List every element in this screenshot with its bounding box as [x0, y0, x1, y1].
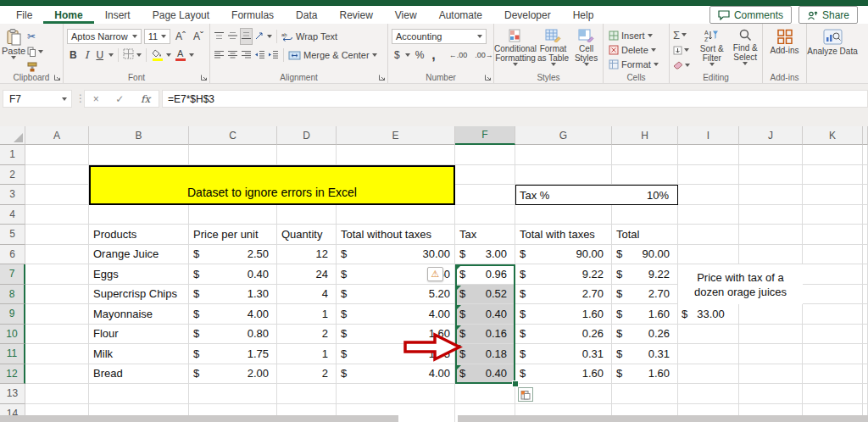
cell-B13[interactable]	[89, 384, 189, 404]
row-header-8[interactable]: 8	[0, 285, 25, 305]
row-header-5[interactable]: 5	[0, 225, 25, 245]
fill-handle[interactable]	[512, 380, 519, 387]
cell-F13[interactable]	[455, 384, 515, 404]
cell-I5[interactable]	[678, 225, 739, 245]
column-header-B[interactable]: B	[89, 126, 189, 145]
cell-F6[interactable]: $3.00	[455, 245, 515, 265]
cell-G12[interactable]: $1.60	[515, 364, 612, 385]
tab-home[interactable]: Home	[43, 6, 93, 24]
comments-button[interactable]: Comments	[709, 6, 792, 24]
cell-H13[interactable]	[612, 384, 678, 404]
cell-B4[interactable]	[89, 205, 189, 225]
cell-C9[interactable]: $4.00	[189, 304, 277, 325]
cell-D9[interactable]: 1	[277, 304, 337, 325]
cell-E9[interactable]: $4.00	[337, 304, 455, 325]
cell-B9[interactable]: Mayonnaise	[89, 304, 189, 325]
cell-E6[interactable]: $30.00	[337, 245, 455, 265]
cell-K6[interactable]	[803, 245, 863, 265]
cell-B5[interactable]: Products	[89, 225, 189, 245]
fill-color-dropdown-icon[interactable]	[166, 53, 171, 57]
cell-G7[interactable]: $9.22	[515, 264, 612, 285]
cell-C13[interactable]	[189, 384, 277, 404]
format-cells-button[interactable]: Format	[609, 57, 669, 71]
cell-E8[interactable]: $5.20	[337, 285, 455, 305]
cell-G1[interactable]	[515, 145, 612, 165]
insert-function-icon[interactable]: fx	[141, 93, 150, 105]
currency-dropdown-icon[interactable]	[405, 53, 410, 57]
decrease-indent-button[interactable]	[254, 47, 265, 63]
cell-B12[interactable]: Bread	[89, 364, 189, 385]
cell-A8[interactable]	[25, 285, 89, 305]
comma-style-button[interactable]: ,	[429, 51, 437, 59]
enter-icon[interactable]: ✓	[115, 93, 124, 105]
cell-D13[interactable]	[277, 384, 337, 404]
cell-A6[interactable]	[25, 245, 89, 265]
borders-button[interactable]	[123, 47, 134, 63]
cell-C11[interactable]: $1.75	[189, 344, 277, 364]
tab-data[interactable]: Data	[285, 6, 328, 24]
paste-button[interactable]: Paste	[0, 24, 27, 74]
cell-G5[interactable]: Total with taxes	[515, 225, 612, 245]
row-header-11[interactable]: 11	[0, 344, 25, 364]
column-header-K[interactable]: K	[803, 126, 863, 145]
cell-I1[interactable]	[678, 145, 739, 165]
cell-H1[interactable]	[612, 145, 678, 165]
align-top-button[interactable]	[214, 29, 225, 44]
cell-H4[interactable]	[612, 205, 678, 225]
merge-center-button[interactable]: Merge & Center	[288, 48, 377, 63]
cell-D4[interactable]	[277, 205, 337, 225]
column-header-D[interactable]: D	[277, 126, 337, 145]
note-text[interactable]: Price with tax of a dozen orage juices	[678, 264, 803, 304]
cell-C10[interactable]: $0.80	[189, 325, 277, 345]
cell-F9[interactable]: $0.40	[455, 304, 515, 325]
insert-cells-button[interactable]: Insert	[609, 28, 669, 42]
cell-K11[interactable]	[803, 344, 863, 364]
cell-G11[interactable]: $0.31	[515, 344, 612, 364]
cell-J12[interactable]	[739, 364, 803, 385]
cell-K8[interactable]	[803, 285, 863, 305]
cell-H12[interactable]: $1.60	[612, 364, 678, 385]
font-color-button[interactable]: A	[174, 49, 186, 61]
cell-I4[interactable]	[678, 205, 739, 225]
row-header-1[interactable]: 1	[0, 145, 25, 165]
cell-A2[interactable]	[25, 165, 89, 186]
cell-D10[interactable]: 2	[277, 325, 337, 345]
cell-I6[interactable]	[678, 245, 739, 265]
cell-H9[interactable]: $1.60	[612, 304, 678, 325]
cell-E13[interactable]	[337, 384, 455, 404]
row-header-12[interactable]: 12	[0, 364, 25, 385]
cell-A1[interactable]	[25, 145, 89, 165]
autosum-button[interactable]: Σ	[673, 28, 695, 42]
align-right-button[interactable]	[241, 47, 252, 63]
cell-G8[interactable]: $2.70	[515, 285, 612, 305]
cell-B1[interactable]	[89, 145, 189, 165]
tab-automate[interactable]: Automate	[428, 6, 493, 24]
cell-F11[interactable]: $0.18	[455, 344, 515, 364]
cell-H7[interactable]: $9.22	[612, 264, 678, 285]
fill-button[interactable]	[673, 43, 695, 57]
currency-format-button[interactable]: $	[392, 49, 403, 61]
cell-A9[interactable]	[25, 304, 89, 325]
row-header-13[interactable]: 13	[0, 384, 25, 404]
cell-F5[interactable]: Tax	[455, 225, 515, 245]
cell-E4[interactable]	[337, 205, 455, 225]
row-header-3[interactable]: 3	[0, 185, 25, 205]
borders-dropdown-icon[interactable]	[136, 53, 142, 57]
format-painter-button[interactable]	[27, 60, 43, 74]
copy-button[interactable]	[27, 45, 43, 58]
row-header-2[interactable]: 2	[0, 165, 25, 186]
cell-K3[interactable]	[803, 185, 863, 205]
analyze-data-button[interactable]: Analyze Data	[807, 24, 858, 83]
error-warning-button[interactable]: ⚠	[427, 267, 443, 281]
cell-H10[interactable]: $0.26	[612, 325, 678, 345]
cell-D12[interactable]: 2	[277, 364, 337, 385]
cell-C6[interactable]: $2.50	[189, 245, 277, 265]
cell-A10[interactable]	[25, 325, 89, 345]
underline-dropdown-icon[interactable]	[108, 53, 114, 57]
cell-K1[interactable]	[803, 145, 863, 165]
orientation-dropdown-icon[interactable]	[267, 35, 272, 38]
number-format-select[interactable]: Accounting	[392, 29, 487, 44]
font-name-select[interactable]: Aptos Narrow	[67, 29, 142, 44]
tab-formulas[interactable]: Formulas	[220, 6, 285, 24]
cell-A12[interactable]	[25, 364, 89, 385]
